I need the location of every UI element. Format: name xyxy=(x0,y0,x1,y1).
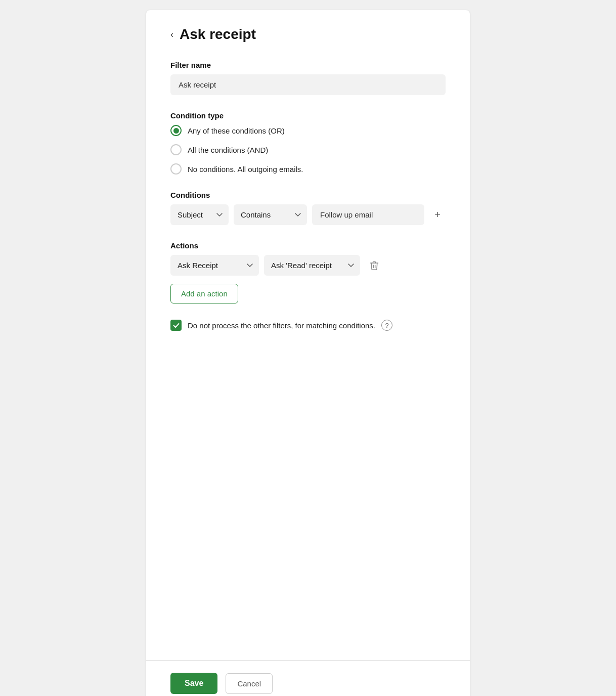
add-action-button[interactable]: Add an action xyxy=(170,284,238,303)
condition-type-label: Condition type xyxy=(170,111,446,120)
add-condition-icon[interactable]: + xyxy=(429,207,446,223)
page-container: ‹ Ask receipt Filter name Condition type… xyxy=(146,10,470,696)
actions-row: Ask Receipt Move to Mark as Forward to A… xyxy=(170,255,446,276)
cancel-button[interactable]: Cancel xyxy=(226,673,273,694)
back-icon[interactable]: ‹ xyxy=(170,30,173,39)
delete-action-icon[interactable] xyxy=(365,256,383,275)
radio-group: Any of these conditions (OR) All the con… xyxy=(170,125,446,175)
page-title: Ask receipt xyxy=(180,26,256,42)
main-content: ‹ Ask receipt Filter name Condition type… xyxy=(146,10,470,660)
actions-section: Actions Ask Receipt Move to Mark as Forw… xyxy=(170,241,446,303)
no-process-checkbox[interactable] xyxy=(170,320,182,331)
filter-name-input[interactable] xyxy=(170,74,446,95)
radio-or-circle xyxy=(170,125,182,136)
radio-or-label: Any of these conditions (OR) xyxy=(188,126,285,135)
header: ‹ Ask receipt xyxy=(170,26,446,42)
radio-and-label: All the conditions (AND) xyxy=(188,146,268,154)
operator-select[interactable]: Contains Does not contain Equals xyxy=(234,204,307,225)
radio-and-circle xyxy=(170,144,182,155)
conditions-row: Subject From To Body Contains Does not c… xyxy=(170,204,446,225)
condition-type-section: Condition type Any of these conditions (… xyxy=(170,111,446,175)
help-icon[interactable]: ? xyxy=(381,320,392,331)
radio-and[interactable]: All the conditions (AND) xyxy=(170,144,446,155)
conditions-label: Conditions xyxy=(170,191,446,199)
actions-label: Actions xyxy=(170,241,446,250)
radio-none-circle xyxy=(170,163,182,175)
filter-name-label: Filter name xyxy=(170,61,446,69)
checkbox-row: Do not process the other filters, for ma… xyxy=(170,320,446,331)
conditions-section: Conditions Subject From To Body Contains… xyxy=(170,191,446,225)
subject-select[interactable]: Subject From To Body xyxy=(170,204,229,225)
footer: Save Cancel xyxy=(146,660,470,696)
action-value-select[interactable]: Ask 'Read' receipt Ask 'Delivery' receip… xyxy=(264,255,360,276)
save-button[interactable]: Save xyxy=(170,673,217,694)
radio-or[interactable]: Any of these conditions (OR) xyxy=(170,125,446,136)
condition-value-input[interactable] xyxy=(312,204,424,225)
radio-none[interactable]: No conditions. All outgoing emails. xyxy=(170,163,446,175)
no-process-label: Do not process the other filters, for ma… xyxy=(188,321,375,330)
action-type-select[interactable]: Ask Receipt Move to Mark as Forward to xyxy=(170,255,259,276)
filter-name-section: Filter name xyxy=(170,61,446,95)
radio-none-label: No conditions. All outgoing emails. xyxy=(188,165,303,173)
